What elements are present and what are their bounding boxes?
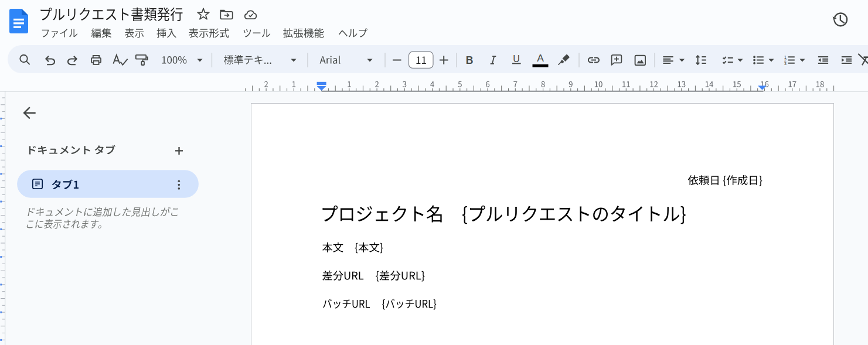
svg-text:B: B: [466, 54, 474, 66]
svg-text:U: U: [513, 54, 520, 64]
svg-text:A: A: [537, 52, 544, 64]
svg-text:3: 3: [784, 62, 787, 66]
